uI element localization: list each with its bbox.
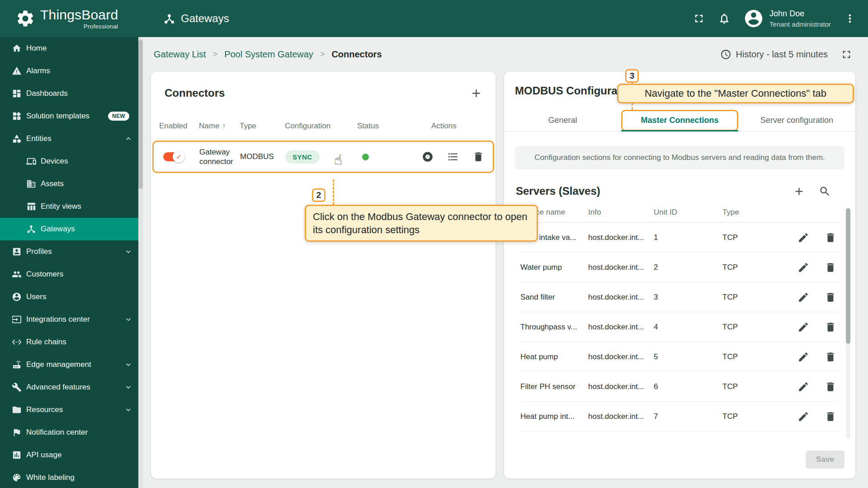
fullscreen-icon[interactable]	[840, 48, 853, 61]
history-timewindow-button[interactable]: History - last 5 minutes	[720, 49, 828, 60]
col-name[interactable]: Name↑	[199, 122, 240, 131]
brand-subtitle: Professional	[40, 23, 118, 29]
server-device-name: Heat pump	[520, 352, 588, 361]
tab-general[interactable]: General	[504, 110, 621, 131]
server-device-name: Heat pump int...	[520, 412, 588, 421]
gateway-icon	[163, 13, 175, 25]
sidebar-item-edge-management[interactable]: Edge management	[0, 353, 138, 376]
server-row[interactable]: Main intake va...host.docker.int...1TCP	[520, 223, 839, 253]
save-button[interactable]: Save	[806, 450, 844, 469]
server-device-name: Water pump	[520, 263, 588, 272]
add-server-icon[interactable]	[793, 185, 805, 197]
edit-icon[interactable]	[797, 262, 809, 273]
edit-icon[interactable]	[797, 351, 809, 363]
sidebar-item-label: Users	[26, 292, 46, 301]
server-row[interactable]: Sand filterhost.docker.int...3TCP	[520, 282, 839, 312]
dashboards-icon	[12, 89, 22, 99]
sidebar-item-api-usage[interactable]: API usage	[0, 444, 138, 466]
sidebar-item-dashboards[interactable]: Dashboards	[0, 82, 138, 105]
notifications-bell-icon[interactable]	[718, 12, 731, 25]
advanced-icon	[12, 382, 22, 392]
sidebar-item-advanced-features[interactable]: Advanced features	[0, 376, 138, 399]
rpc-icon[interactable]	[422, 151, 434, 163]
delete-icon[interactable]	[825, 351, 836, 363]
server-row[interactable]: Filter PH sensorhost.docker.int...6TCP	[520, 372, 839, 402]
sidebar-item-white-labeling[interactable]: White labeling	[0, 466, 138, 488]
sidebar-item-integrations-center[interactable]: Integrations center	[0, 308, 138, 331]
status-dot	[362, 154, 369, 160]
entity-views-icon	[26, 202, 36, 211]
col-configuration: Configuration	[285, 122, 357, 131]
col-actions: Actions	[420, 122, 487, 131]
sidebar-nav: HomeAlarmsDashboardsSolution templatesNE…	[0, 37, 138, 488]
edit-icon[interactable]	[797, 232, 809, 244]
resources-icon	[12, 405, 22, 415]
breadcrumb-pool-system-gateway[interactable]: Pool System Gateway	[224, 49, 313, 60]
page-title: Gateways	[163, 0, 229, 37]
server-unit-id: 2	[654, 263, 722, 272]
server-type: TCP	[722, 412, 772, 421]
sidebar-item-devices[interactable]: Devices	[0, 150, 138, 173]
server-row[interactable]: Throughpass v...host.docker.int...4TCP	[520, 312, 839, 342]
devices-icon	[26, 156, 36, 166]
sidebar-item-alarms[interactable]: Alarms	[0, 60, 138, 82]
brand-logo[interactable]: ThingsBoard Professional	[0, 8, 118, 29]
sidebar-scrollbar-thumb[interactable]	[138, 40, 143, 189]
fullscreen-icon[interactable]	[693, 12, 705, 25]
delete-icon[interactable]	[825, 321, 836, 333]
edit-icon[interactable]	[797, 291, 809, 303]
server-row[interactable]: Water pumphost.docker.int...2TCP	[520, 253, 839, 282]
api-usage-icon	[12, 450, 22, 460]
server-type: TCP	[722, 352, 772, 361]
chevron-down-icon	[124, 383, 133, 392]
sidebar-item-profiles[interactable]: Profiles	[0, 240, 138, 263]
sidebar-item-notification-center[interactable]: Notification center	[0, 421, 138, 444]
delete-icon[interactable]	[825, 381, 836, 393]
server-row[interactable]: Heat pumphost.docker.int...5TCP	[520, 342, 839, 372]
tab-master-connections[interactable]: Master Connections	[621, 110, 738, 131]
server-type: TCP	[722, 263, 772, 272]
sidebar-item-label: Entity views	[41, 202, 81, 211]
delete-icon[interactable]	[825, 291, 836, 303]
new-badge: NEW	[108, 112, 129, 121]
servers-scrollbar-thumb[interactable]	[846, 208, 850, 344]
sidebar-item-entities[interactable]: Entities	[0, 127, 138, 150]
sidebar-item-entity-views[interactable]: Entity views	[0, 195, 138, 218]
delete-icon	[472, 151, 484, 163]
tab-server-configuration[interactable]: Server configuration	[738, 110, 855, 131]
sidebar-item-resources[interactable]: Resources	[0, 399, 138, 421]
breadcrumb-gateway-list[interactable]: Gateway List	[154, 49, 206, 60]
enabled-toggle[interactable]: ✓	[163, 152, 184, 161]
connector-row-gateway-connector[interactable]: ✓ Gateway connector MODBUS SYNC ☝	[152, 141, 494, 173]
sidebar-item-label: Customers	[26, 270, 63, 279]
sidebar-scrollbar[interactable]	[138, 37, 143, 488]
servers-scrollbar[interactable]	[846, 207, 850, 439]
server-row[interactable]: Heat pump int...host.docker.int...7TCP	[520, 402, 839, 432]
delete-icon[interactable]	[825, 232, 836, 244]
breadcrumb: Gateway List > Pool System Gateway > Con…	[151, 37, 855, 72]
cursor-pointer-annotation: ☝	[334, 153, 342, 167]
logs-list-icon[interactable]	[447, 151, 459, 163]
server-info: host.docker.int...	[588, 233, 654, 242]
edit-icon[interactable]	[797, 321, 809, 333]
sidebar-item-gateways[interactable]: Gateways	[0, 218, 138, 240]
sidebar-item-users[interactable]: Users	[0, 286, 138, 308]
server-info: host.docker.int...	[588, 263, 654, 272]
delete-icon[interactable]	[825, 411, 836, 422]
sidebar-item-rule-chains[interactable]: Rule chains	[0, 331, 138, 353]
sidebar-item-customers[interactable]: Customers	[0, 263, 138, 286]
chevron-down-icon	[124, 360, 133, 369]
col-type: Type	[722, 208, 772, 217]
sidebar-item-solution-templates[interactable]: Solution templatesNEW	[0, 105, 138, 127]
server-unit-id: 1	[654, 233, 722, 242]
edit-icon[interactable]	[797, 411, 809, 422]
delete-icon[interactable]	[825, 262, 836, 273]
user-menu[interactable]: John Doe Tenant administrator	[743, 8, 831, 29]
more-vert-icon[interactable]	[844, 12, 856, 25]
sidebar-item-home[interactable]: Home	[0, 37, 138, 60]
annotation-connector-line	[333, 179, 334, 205]
sidebar-item-assets[interactable]: Assets	[0, 173, 138, 195]
add-connector-icon[interactable]	[470, 87, 483, 100]
search-icon[interactable]	[819, 185, 831, 197]
edit-icon[interactable]	[797, 381, 809, 393]
